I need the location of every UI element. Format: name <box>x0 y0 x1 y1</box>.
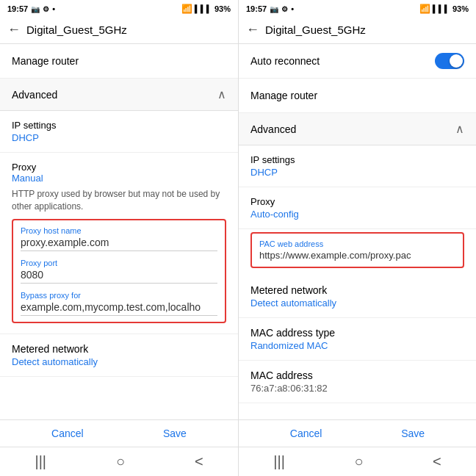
manage-router-label-right: Manage router <box>250 90 317 101</box>
proxy-value-right: Auto-config <box>250 209 464 220</box>
status-bar-left: 19:57 📷 ⚙ • 📶 ▍▍▍ 93% <box>0 0 238 16</box>
nav-home-left[interactable]: ○ <box>116 453 125 470</box>
nav-bar-left: ||| ○ < <box>0 447 238 476</box>
auto-reconnect-toggle[interactable] <box>435 53 464 69</box>
ip-settings-right[interactable]: IP settings DHCP <box>239 145 476 187</box>
mac-type-section[interactable]: MAC address type Randomized MAC <box>239 318 476 361</box>
signal-icon: ▍▍▍ <box>195 5 212 13</box>
bypass-proxy-label: Bypass proxy for <box>21 291 217 300</box>
back-button-right[interactable]: ← <box>246 22 259 37</box>
proxy-port-label: Proxy port <box>21 259 217 267</box>
mac-address-value: 76:a7:a8:06:31:82 <box>250 383 464 394</box>
wifi-icon-right: 📶 <box>419 4 430 14</box>
pac-field-label: PAC web address <box>259 239 455 248</box>
panel-left: 19:57 📷 ⚙ • 📶 ▍▍▍ 93% ← Digital_Guest_5G… <box>0 0 238 476</box>
proxy-label-right: Proxy <box>250 196 464 207</box>
nav-back-left[interactable]: < <box>195 453 203 470</box>
proxy-section-left: Proxy Manual HTTP proxy used by browser … <box>0 153 238 334</box>
proxy-label-left: Proxy <box>12 162 226 173</box>
ip-settings-left[interactable]: IP settings DHCP <box>0 111 238 153</box>
photo-icon-right: 📷 <box>270 5 278 13</box>
dot-icon: • <box>52 4 55 13</box>
back-button-left[interactable]: ← <box>7 22 21 37</box>
proxy-value-left: Manual <box>12 173 226 184</box>
metered-label-left: Metered network <box>12 343 226 355</box>
manage-router-label: Manage router <box>12 55 79 67</box>
toolbar-title-left: Digital_Guest_5GHz <box>26 24 127 36</box>
chevron-up-left: ∧ <box>217 87 226 101</box>
cancel-button-left[interactable]: Cancel <box>51 428 84 439</box>
content-right: Auto reconnect Manage router Advanced ∧ … <box>239 44 476 419</box>
pac-address-group[interactable]: PAC web address https://www.example.com/… <box>250 232 464 268</box>
toolbar-title-right: Digital_Guest_5GHz <box>265 24 366 36</box>
chevron-up-right: ∧ <box>455 122 464 136</box>
toggle-thumb <box>450 54 463 68</box>
nav-back-right[interactable]: < <box>433 453 441 470</box>
mac-type-label: MAC address type <box>250 327 464 339</box>
manage-router-item[interactable]: Manage router <box>0 44 238 79</box>
settings-icon-right: ⚙ <box>281 5 288 13</box>
nav-menu-right[interactable]: ||| <box>273 453 285 470</box>
ip-settings-label-right: IP settings <box>250 154 464 165</box>
proxy-section-right[interactable]: Proxy Auto-config <box>239 187 476 229</box>
metered-network-right[interactable]: Metered network Detect automatically <box>239 275 476 318</box>
dot-icon-right: • <box>291 4 294 13</box>
metered-value-left: Detect automatically <box>12 356 226 367</box>
nav-bar-right: ||| ○ < <box>239 447 476 476</box>
content-left: Manage router Advanced ∧ IP settings DHC… <box>0 44 238 419</box>
time-left: 19:57 <box>7 4 28 13</box>
toolbar-left: ← Digital_Guest_5GHz <box>0 16 238 44</box>
save-button-left[interactable]: Save <box>163 428 187 439</box>
save-button-right[interactable]: Save <box>401 428 425 439</box>
ip-settings-label: IP settings <box>12 120 226 131</box>
advanced-label-left: Advanced <box>12 89 57 101</box>
battery-left: 93% <box>214 4 231 13</box>
metered-value-right: Detect automatically <box>250 298 464 309</box>
advanced-header-left[interactable]: Advanced ∧ <box>0 79 238 111</box>
proxy-fields-group: Proxy host name proxy.example.com Proxy … <box>12 219 226 323</box>
metered-label-right: Metered network <box>250 284 464 296</box>
metered-network-left[interactable]: Metered network Detect automatically <box>0 334 238 377</box>
advanced-label-right: Advanced <box>250 123 296 135</box>
mac-address-label: MAC address <box>250 369 464 381</box>
proxy-host-label: Proxy host name <box>21 226 217 235</box>
mac-address-section: MAC address 76:a7:a8:06:31:82 <box>239 361 476 403</box>
wifi-icon: 📶 <box>181 4 192 14</box>
bypass-proxy-value: example.com,mycomp.test.com,localho <box>21 301 217 316</box>
auto-reconnect-label: Auto reconnect <box>250 55 320 67</box>
ip-settings-value: DHCP <box>12 132 226 143</box>
proxy-host-value: proxy.example.com <box>21 237 217 251</box>
bypass-proxy-group[interactable]: Bypass proxy for example.com,mycomp.test… <box>21 291 217 316</box>
ip-settings-value-right: DHCP <box>250 167 464 178</box>
advanced-header-right[interactable]: Advanced ∧ <box>239 113 476 145</box>
status-bar-right: 19:57 📷 ⚙ • 📶 ▍▍▍ 93% <box>239 0 476 16</box>
time-right: 19:57 <box>246 4 267 13</box>
manage-router-item-right[interactable]: Manage router <box>239 79 476 113</box>
signal-icon-right: ▍▍▍ <box>433 5 450 13</box>
bottom-bar-right: Cancel Save <box>239 419 476 447</box>
nav-home-right[interactable]: ○ <box>354 453 363 470</box>
proxy-port-group[interactable]: Proxy port 8080 <box>21 259 217 284</box>
pac-field-value: https://www.example.com/proxy.pac <box>259 250 455 261</box>
cancel-button-right[interactable]: Cancel <box>290 428 322 439</box>
toolbar-right: ← Digital_Guest_5GHz <box>239 16 476 44</box>
proxy-desc-left: HTTP proxy used by browser but may not b… <box>12 188 226 213</box>
panel-right: 19:57 📷 ⚙ • 📶 ▍▍▍ 93% ← Digital_Guest_5G… <box>238 0 476 476</box>
settings-icon: ⚙ <box>43 5 49 13</box>
photo-icon: 📷 <box>31 5 40 13</box>
proxy-port-value: 8080 <box>21 269 217 284</box>
nav-menu-left[interactable]: ||| <box>35 453 46 470</box>
battery-right: 93% <box>452 4 469 13</box>
mac-type-value: Randomized MAC <box>250 340 464 351</box>
bottom-bar-left: Cancel Save <box>0 419 238 447</box>
proxy-host-group[interactable]: Proxy host name proxy.example.com <box>21 226 217 251</box>
auto-reconnect-row[interactable]: Auto reconnect <box>239 44 476 79</box>
